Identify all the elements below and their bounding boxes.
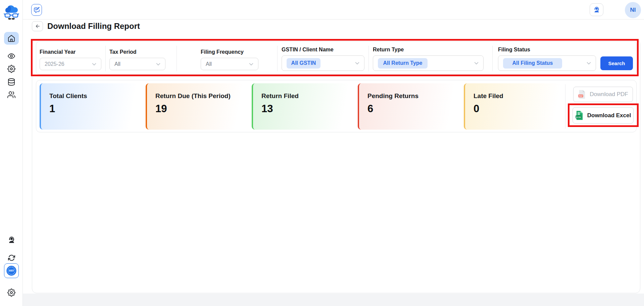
chevron-down-icon (156, 62, 160, 65)
tax-period-select[interactable]: All (109, 58, 165, 70)
stat-card-late-filed: Late Filed 0 (464, 83, 562, 130)
headset-icon (593, 6, 600, 13)
stat-label: Late Filed (474, 92, 562, 100)
stat-label: Return Due (This Period) (155, 92, 244, 100)
gear-icon (7, 65, 15, 73)
eye-icon (7, 52, 15, 60)
divider (177, 46, 177, 71)
divider (368, 46, 369, 71)
chevron-down-icon (355, 62, 359, 65)
financial-year-select[interactable]: 2025-26 (40, 58, 101, 70)
filter-filing-status: Filing Status (498, 47, 530, 53)
stat-label: Total Clients (49, 92, 138, 100)
stat-value: 19 (155, 103, 244, 115)
filter-bar: Financial Year 2025-26 Tax Period All Fi… (36, 41, 637, 75)
cloud-glasses-logo[interactable] (4, 5, 19, 22)
divider (105, 46, 106, 71)
chevron-down-icon (92, 62, 96, 65)
filter-filing-frequency: Filing Frequency (201, 49, 244, 55)
topbar: NI (23, 0, 644, 19)
filter-financial-year: Financial Year (40, 49, 76, 55)
return-type-select[interactable]: All Return Type (373, 55, 484, 71)
page-title: Download Filling Report (47, 21, 140, 31)
filter-label: Financial Year (40, 49, 76, 55)
filter-label: GSTIN / Client Name (282, 47, 334, 53)
sidebar-item-settings-bottom[interactable] (4, 286, 19, 299)
chevron-down-icon (587, 62, 591, 65)
back-button[interactable] (32, 21, 43, 31)
page-background-strip (23, 294, 644, 306)
database-icon (7, 78, 15, 86)
stat-value: 13 (261, 103, 350, 115)
filter-tax-period: Tax Period (109, 49, 137, 55)
stat-value: 1 (49, 103, 138, 115)
arrow-left-icon (35, 23, 41, 29)
select-value: 2025-26 (45, 61, 64, 67)
headset-icon (7, 236, 16, 244)
select-value-pill: All Filing Status (503, 58, 562, 69)
select-value-pill: All Return Type (378, 58, 428, 69)
home-icon (7, 34, 15, 42)
stat-cards-row: Total Clients 1 Return Due (This Period)… (40, 83, 562, 130)
message-edit-icon (33, 6, 40, 13)
avatar[interactable]: NI (625, 2, 641, 18)
filter-label: Filing Status (498, 47, 530, 53)
gear-icon (7, 289, 15, 297)
sync-icon (8, 254, 15, 261)
download-excel-label: Download Excel (587, 112, 631, 119)
svg-text:XLSX: XLSX (576, 116, 581, 118)
sidebar-item-database[interactable] (4, 76, 19, 88)
sidebar-item-support[interactable] (4, 233, 19, 246)
chevron-down-icon (474, 62, 479, 65)
stat-card-total-clients: Total Clients 1 (40, 83, 138, 130)
filter-label: Tax Period (109, 49, 137, 55)
download-pdf-button[interactable]: PDF Download PDF (573, 87, 633, 102)
stat-card-pending-returns: Pending Returns 6 (358, 83, 456, 130)
filing-status-select[interactable]: All Filing Status (498, 55, 596, 71)
stat-label: Return Filed (261, 92, 350, 100)
divider (277, 46, 278, 71)
sidebar-item-clients[interactable] (4, 88, 19, 101)
sidebar-item-sync[interactable] (4, 251, 19, 264)
filing-frequency-select[interactable]: All (201, 58, 258, 70)
gst-stamp-icon: GST (6, 265, 17, 276)
filter-gstin-client: GSTIN / Client Name (282, 47, 334, 53)
select-value: All (206, 61, 212, 67)
support-button[interactable] (590, 3, 603, 16)
search-button[interactable]: Search (600, 56, 633, 70)
divider (565, 84, 565, 129)
sidebar-item-home[interactable] (4, 32, 19, 45)
filter-label: Return Type (373, 47, 404, 53)
download-pdf-label: Download PDF (590, 91, 628, 98)
stat-label: Pending Returns (367, 92, 456, 100)
users-icon (7, 91, 15, 99)
filter-label: Filing Frequency (201, 49, 244, 55)
compose-button[interactable] (31, 4, 42, 16)
stat-card-return-filed: Return Filed 13 (252, 83, 350, 130)
gstin-client-select[interactable]: All GSTIN (282, 55, 364, 71)
download-excel-button[interactable]: XLSX Download Excel (573, 107, 634, 124)
xlsx-file-icon: XLSX (575, 111, 584, 120)
filter-return-type: Return Type (373, 47, 404, 53)
report-panel (32, 40, 640, 293)
svg-text:PDF: PDF (579, 95, 583, 97)
stat-value: 0 (474, 103, 562, 115)
select-value-pill: All GSTIN (287, 58, 320, 69)
svg-text:GST: GST (9, 269, 14, 272)
pdf-file-icon: PDF (578, 90, 586, 99)
stats-summary-card: Total Clients 1 Return Due (This Period)… (36, 80, 637, 132)
chevron-down-icon (249, 62, 253, 65)
stat-value: 6 (367, 103, 456, 115)
sidebar-item-gst[interactable]: GST (4, 263, 19, 278)
sidebar-item-settings[interactable] (4, 62, 19, 75)
stat-card-return-due: Return Due (This Period) 19 (146, 83, 244, 130)
divider (492, 46, 493, 71)
sidebar-item-view[interactable] (4, 50, 19, 62)
sidebar: GST (0, 0, 23, 306)
select-value: All (114, 61, 120, 67)
